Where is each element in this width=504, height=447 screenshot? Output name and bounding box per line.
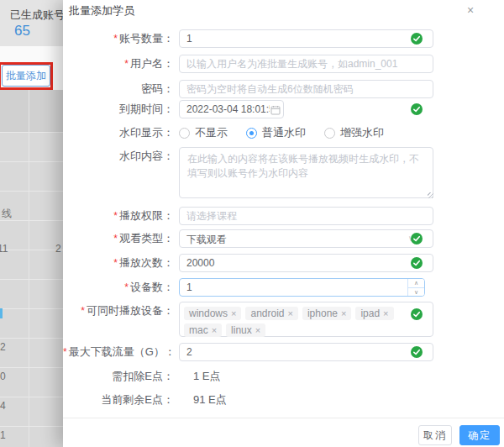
field-simultaneous-devices: *可同时播放设备： windows× android× iphone× ipad… [63, 302, 504, 337]
field-username: *用户名： [63, 55, 504, 73]
table-header-band [0, 90, 63, 132]
valid-check-icon [411, 308, 423, 320]
table-column-divider [29, 90, 29, 447]
table-cell-fragment: 11 [0, 243, 8, 255]
field-watermark-display: 水印显示： 不显示 普通水印 增强水印 [63, 124, 504, 142]
field-account-count: *账号数量： [63, 29, 504, 48]
play-count-input[interactable] [180, 255, 433, 271]
deduct-points-value: 1 E点 [193, 367, 221, 386]
valid-check-icon [411, 257, 423, 269]
field-password: 密码： [63, 80, 504, 98]
calendar-icon[interactable] [270, 105, 281, 115]
field-label: 可同时播放设备： [87, 304, 174, 317]
valid-check-icon [411, 33, 423, 45]
cancel-button[interactable]: 取消 [418, 425, 452, 445]
table-cell-fragment: 2 [55, 243, 61, 255]
field-play-count: *播放次数： [63, 254, 504, 272]
table-cell-fragment: 1 [0, 429, 6, 441]
field-device-count: *设备数： ∧ ∨ [63, 278, 504, 297]
play-permission-select[interactable] [180, 208, 433, 224]
field-label: 水印内容： [119, 150, 174, 162]
device-tag: linux× [226, 323, 265, 337]
required-asterisk: * [113, 257, 118, 269]
resize-handle[interactable] [428, 192, 433, 198]
required-asterisk: * [81, 305, 85, 317]
selected-value: 下载观看 [186, 230, 227, 249]
field-label: 播放次数： [119, 256, 174, 269]
field-label: 密码： [141, 82, 174, 95]
field-expire-time: 到期时间： [63, 100, 504, 118]
field-label: 播放权限： [119, 209, 174, 222]
field-watch-type: *观看类型： 下载观看 ∨ [63, 229, 504, 248]
required-asterisk: * [124, 58, 129, 70]
tag-remove-icon[interactable]: × [231, 307, 236, 320]
valid-check-icon [411, 103, 423, 115]
device-tag: windows× [184, 307, 241, 320]
account-count-input[interactable] [180, 30, 433, 47]
field-play-permission: *播放权限： [63, 207, 504, 225]
required-asterisk: * [113, 233, 118, 245]
table-cell-fragment: 4 [0, 400, 6, 412]
background-page: 已生成账号 65 批量添加 线 11 2 2 0 4 1 [0, 0, 63, 447]
device-tag: ipad× [355, 307, 393, 320]
stats-card: 已生成账号 65 [0, 0, 63, 46]
password-input[interactable] [180, 81, 433, 97]
radio-normal-watermark[interactable]: 普通水印 [246, 125, 306, 140]
device-tag: android× [245, 307, 297, 320]
dialog-title: 批量添加学员 [69, 3, 134, 18]
valid-check-icon [411, 346, 423, 358]
field-label: 观看类型： [119, 232, 174, 245]
watch-type-select[interactable]: 下载观看 ∨ [179, 229, 433, 248]
radio-enhanced-watermark[interactable]: 增强水印 [324, 125, 384, 140]
field-remaining-points: 当前剩余E点： 91 E点 [63, 391, 504, 409]
stats-label: 已生成账号 [10, 8, 63, 23]
tag-remove-icon[interactable]: × [255, 323, 260, 337]
radio-selected-icon [246, 128, 257, 139]
tag-remove-icon[interactable]: × [212, 323, 217, 337]
field-label: 设备数： [130, 281, 174, 293]
required-asterisk: * [63, 346, 67, 358]
devices-multiselect[interactable]: windows× android× iphone× ipad× mac× lin… [179, 302, 433, 337]
field-label: 需扣除E点： [112, 370, 174, 382]
field-label: 水印显示： [119, 126, 174, 139]
table-cell-fragment: 2 [0, 341, 6, 353]
tag-remove-icon[interactable]: × [288, 307, 293, 320]
field-label: 最大下载流量（G）： [69, 345, 176, 358]
radio-icon [324, 128, 335, 139]
stepper-up-icon[interactable]: ∧ [408, 279, 424, 287]
device-tag: mac× [184, 323, 222, 337]
valid-check-icon [411, 233, 423, 245]
table-link-fragment [0, 308, 3, 318]
required-asterisk: * [113, 210, 118, 222]
batch-add-student-dialog: 批量添加学员 × *账号数量： *用户名： 密码： 到期时间： [63, 0, 504, 447]
footer-divider [63, 418, 504, 418]
table-cell-fragment: 线 [2, 207, 12, 221]
field-label: 当前剩余E点： [101, 393, 174, 406]
field-max-download: *最大下载流量（G）： [63, 343, 504, 361]
field-deduct-points: 需扣除E点： 1 E点 [63, 367, 504, 386]
username-input[interactable] [180, 55, 433, 72]
required-asterisk: * [113, 33, 118, 45]
table-cell-fragment: 0 [0, 371, 6, 382]
confirm-button[interactable]: 确定 [459, 425, 500, 445]
field-label: 用户名： [130, 57, 174, 70]
background-table: 线 11 2 2 0 4 1 [0, 90, 63, 447]
field-watermark-content: 水印内容： [63, 147, 504, 198]
tag-remove-icon[interactable]: × [383, 307, 388, 320]
stats-value: 65 [14, 23, 30, 39]
remaining-points-value: 91 E点 [193, 391, 227, 409]
radio-no-watermark[interactable]: 不显示 [179, 125, 228, 140]
field-label: 账号数量： [119, 32, 174, 45]
device-tag: iphone× [302, 307, 351, 320]
required-asterisk: * [124, 281, 129, 293]
device-count-input[interactable] [180, 279, 424, 296]
field-label: 到期时间： [119, 103, 174, 115]
tag-remove-icon[interactable]: × [341, 307, 346, 320]
expire-time-input[interactable] [180, 101, 283, 118]
radio-icon [179, 128, 190, 139]
watermark-content-textarea[interactable] [179, 147, 433, 198]
max-download-input[interactable] [180, 344, 433, 360]
annotation-highlight-box [0, 62, 53, 90]
close-icon[interactable]: × [462, 2, 479, 18]
stepper-down-icon[interactable]: ∨ [408, 287, 424, 296]
